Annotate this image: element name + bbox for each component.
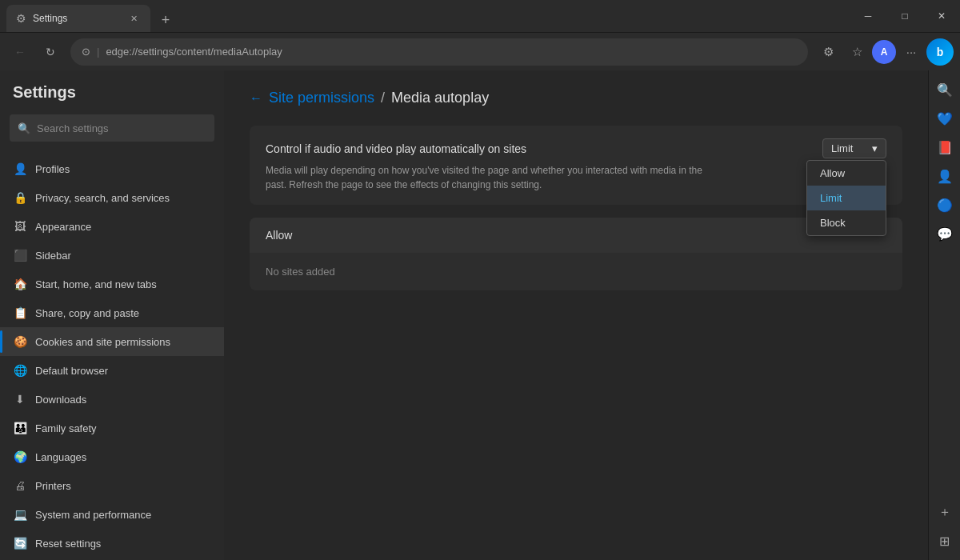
search-icon: 🔍 — [18, 122, 30, 134]
address-bar[interactable]: ⊙ | edge://settings/content/mediaAutopla… — [70, 38, 808, 66]
sidebar-item-label-default-browser: Default browser — [35, 365, 108, 377]
sidebar-item-share-copy[interactable]: 📋Share, copy and paste — [0, 298, 224, 327]
favorites-icon-btn[interactable]: ☆ — [843, 38, 870, 66]
breadcrumb-link[interactable]: Site permissions — [269, 90, 374, 106]
maximize-button[interactable]: □ — [886, 0, 923, 32]
address-url: edge://settings/content/mediaAutoplay — [106, 46, 797, 58]
sidebar-favorites-button[interactable]: 💙 — [932, 106, 958, 131]
settings-area: Settings 🔍 👤Profiles🔒Privacy, search, an… — [0, 70, 928, 560]
sidebar-item-label-family: Family safety — [35, 422, 97, 434]
sidebar-item-downloads[interactable]: ⬇Downloads — [0, 385, 224, 414]
family-icon: 👪 — [13, 421, 27, 435]
dropdown-arrow-icon: ▾ — [872, 142, 878, 154]
sidebar-item-default-browser[interactable]: 🌐Default browser — [0, 356, 224, 385]
dropdown-selected-label: Limit — [831, 142, 853, 154]
sidebar-item-profiles[interactable]: 👤Profiles — [0, 154, 224, 183]
autoplay-control-card: Control if audio and video play automati… — [250, 126, 902, 205]
sidebar-title: Settings — [0, 83, 224, 114]
sidebar-item-appearance[interactable]: 🖼Appearance — [0, 212, 224, 241]
card-title: Control if audio and video play automati… — [266, 142, 526, 155]
sidebar-item-sidebar[interactable]: ⬛Sidebar — [0, 241, 224, 270]
sidebar-item-cookies[interactable]: 🍪Cookies and site permissions — [0, 327, 224, 356]
content-area: ← Site permissions / Media autoplay Cont… — [224, 70, 928, 560]
autoplay-dropdown-menu: Allow Limit Block — [806, 160, 886, 236]
default-browser-icon: 🌐 — [13, 363, 27, 378]
search-input[interactable] — [37, 122, 206, 134]
main-layout: Settings 🔍 👤Profiles🔒Privacy, search, an… — [0, 70, 960, 560]
minimize-button[interactable]: ─ — [850, 0, 886, 32]
allow-section: Allow No sites added — [250, 218, 902, 290]
right-sidebar: 🔍 💙 📕 👤 🔵 💬 ＋ ⊞ — [928, 70, 960, 560]
downloads-icon: ⬇ — [13, 392, 27, 406]
sidebar-profile-button[interactable]: 👤 — [932, 163, 958, 189]
sidebar-item-label-share-copy: Share, copy and paste — [35, 307, 139, 319]
address-separator: | — [97, 46, 99, 58]
titlebar: ⚙ Settings ✕ + ─ □ ✕ — [0, 0, 960, 32]
sidebar-item-reset[interactable]: 🔄Reset settings — [0, 529, 224, 558]
settings-icon-btn[interactable]: ⚙ — [814, 38, 842, 66]
sidebar-item-label-appearance: Appearance — [35, 221, 91, 233]
card-header: Control if audio and video play automati… — [266, 138, 886, 158]
profiles-icon: 👤 — [13, 162, 27, 176]
sidebar-item-label-start-home: Start, home, and new tabs — [35, 278, 157, 290]
tab-title: Settings — [33, 13, 120, 24]
edge-logo-icon: ⊙ — [82, 46, 90, 58]
settings-tab[interactable]: ⚙ Settings ✕ — [6, 5, 150, 32]
search-box[interactable]: 🔍 — [10, 114, 214, 142]
bing-button[interactable]: b — [926, 38, 954, 66]
sidebar-item-label-cookies: Cookies and site permissions — [35, 336, 170, 348]
sidebar-item-label-printers: Printers — [35, 480, 71, 492]
breadcrumb-current: Media autoplay — [391, 90, 489, 106]
sidebar-item-label-downloads: Downloads — [35, 394, 86, 406]
printers-icon: 🖨 — [13, 478, 27, 493]
close-tab-button[interactable]: ✕ — [126, 11, 141, 26]
sidebar-item-system[interactable]: 💻System and performance — [0, 500, 224, 529]
nav-actions: ⚙ ☆ A ··· b — [814, 38, 954, 66]
tab-icon: ⚙ — [16, 12, 26, 25]
sidebar-item-start-home[interactable]: 🏠Start, home, and new tabs — [0, 270, 224, 298]
sidebar-item-label-reset: Reset settings — [35, 538, 101, 550]
sidebar-item-family[interactable]: 👪Family safety — [0, 414, 224, 442]
sidebar-item-languages[interactable]: 🌍Languages — [0, 442, 224, 471]
breadcrumb-back-button[interactable]: ← — [250, 91, 262, 106]
profile-button[interactable]: A — [872, 40, 896, 64]
window-controls: ─ □ ✕ — [850, 0, 960, 32]
sidebar-reading-button[interactable]: 📕 — [932, 134, 958, 160]
privacy-icon: 🔒 — [13, 190, 27, 205]
navbar: ← ↻ ⊙ | edge://settings/content/mediaAut… — [0, 32, 960, 70]
sidebar-chat-button[interactable]: 💬 — [932, 221, 958, 246]
allow-section-header: Allow — [250, 218, 902, 253]
autoplay-dropdown-button[interactable]: Limit ▾ — [822, 138, 886, 158]
card-description: Media will play depending on how you've … — [266, 163, 706, 192]
autoplay-dropdown-container: Limit ▾ Allow Limit Block — [822, 138, 886, 158]
sidebar-item-label-languages: Languages — [35, 451, 86, 463]
allow-section-body: No sites added — [250, 253, 902, 290]
sidebar-item-label-profiles: Profiles — [35, 163, 70, 175]
dropdown-option-block[interactable]: Block — [807, 210, 886, 235]
sidebar-item-printers[interactable]: 🖨Printers — [0, 471, 224, 500]
sidebar-item-privacy[interactable]: 🔒Privacy, search, and services — [0, 183, 224, 212]
start-home-icon: 🏠 — [13, 277, 27, 291]
reset-icon: 🔄 — [13, 536, 27, 550]
sidebar-add-button[interactable]: ＋ — [932, 499, 958, 525]
more-options-button[interactable]: ··· — [898, 38, 925, 66]
new-tab-button[interactable]: + — [154, 8, 178, 32]
cookies-icon: 🍪 — [13, 334, 27, 349]
sidebar-item-label-system: System and performance — [35, 509, 151, 521]
tabs-area: ⚙ Settings ✕ + — [0, 0, 850, 32]
close-window-button[interactable]: ✕ — [923, 0, 960, 32]
sidebar-search-button[interactable]: 🔍 — [932, 77, 958, 102]
sidebar-item-label-privacy: Privacy, search, and services — [35, 192, 170, 204]
dropdown-option-limit[interactable]: Limit — [807, 186, 886, 210]
dropdown-option-allow[interactable]: Allow — [807, 161, 886, 186]
sidebar-nav: 👤Profiles🔒Privacy, search, and services🖼… — [0, 154, 224, 560]
sidebar-edge-button[interactable]: 🔵 — [932, 192, 958, 218]
languages-icon: 🌍 — [13, 450, 27, 464]
system-icon: 💻 — [13, 507, 27, 522]
back-button: ← — [6, 38, 34, 66]
left-sidebar: Settings 🔍 👤Profiles🔒Privacy, search, an… — [0, 70, 224, 560]
share-copy-icon: 📋 — [13, 306, 27, 320]
sidebar-expand-button[interactable]: ⊞ — [932, 528, 958, 554]
refresh-button[interactable]: ↻ — [37, 38, 64, 66]
sidebar-item-label-sidebar: Sidebar — [35, 250, 71, 262]
